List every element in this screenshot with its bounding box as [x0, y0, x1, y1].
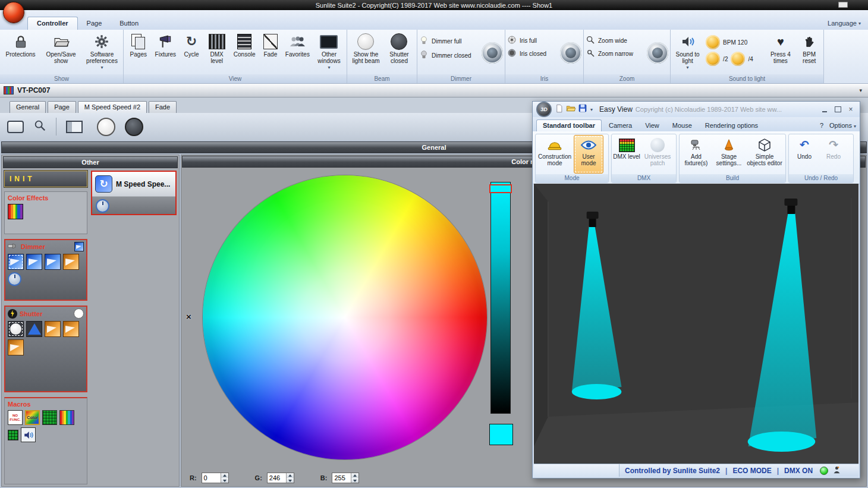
iris-knob[interactable]: [560, 42, 581, 64]
bpm-reset-button[interactable]: BPM reset: [797, 32, 822, 65]
dimmer-preset-1[interactable]: [8, 254, 24, 270]
divide-4-knob[interactable]: [731, 52, 745, 66]
green-input[interactable]: 246: [267, 473, 294, 483]
ev-tab-standard-toolbar[interactable]: Standard toolbar: [536, 119, 602, 131]
person-icon[interactable]: [832, 465, 841, 476]
zoom-knob[interactable]: [647, 42, 668, 64]
blue-value[interactable]: 255: [332, 473, 351, 483]
open-folder-icon[interactable]: [565, 103, 576, 115]
fade-button[interactable]: Fade: [259, 32, 282, 59]
dimmer-closed-button[interactable]: Dimmer closed: [419, 49, 481, 61]
speed-knob-icon[interactable]: [96, 199, 109, 213]
collapse-arrow-icon[interactable]: ▾: [859, 87, 862, 93]
fixtures-button[interactable]: Fixtures: [152, 32, 179, 59]
macro-green-grid-small[interactable]: [8, 430, 18, 440]
tab-fade[interactable]: Fade: [149, 101, 177, 113]
keyboard-icon[interactable]: [838, 2, 848, 8]
panel-layout-icon[interactable]: [66, 121, 83, 133]
dimmer-preset-3[interactable]: [45, 254, 61, 270]
help-button[interactable]: ?: [820, 122, 823, 129]
universes-patch-button[interactable]: Universes patch: [641, 135, 674, 174]
save-icon[interactable]: [578, 103, 587, 115]
maximize-button[interactable]: [832, 105, 843, 114]
app-logo-orb[interactable]: [3, 2, 24, 23]
toolbar-options-chevron-icon[interactable]: ▾: [590, 107, 593, 112]
m-speed-button[interactable]: ↻ M Speed Spee...: [91, 171, 177, 215]
scanner-mini-icon[interactable]: [74, 242, 84, 251]
init-button[interactable]: INIT: [4, 171, 87, 187]
search-icon[interactable]: [33, 119, 46, 134]
blue-spin-down-button[interactable]: [351, 478, 358, 483]
sound-to-light-button[interactable]: Sound to light ▾: [672, 32, 703, 72]
red-value[interactable]: 0: [202, 473, 221, 483]
ev-tab-camera[interactable]: Camera: [603, 120, 638, 131]
white-dot-icon[interactable]: [74, 308, 84, 319]
options-menu[interactable]: Options ▾: [829, 122, 856, 129]
iris-full-button[interactable]: Iris full: [507, 35, 559, 46]
easy-view-titlebar[interactable]: 3D ▾ Easy View Copyright (c) Nicolaudie …: [533, 102, 860, 117]
add-fixtures-button[interactable]: Add fixture(s): [680, 135, 712, 174]
ev-tab-view[interactable]: View: [639, 120, 665, 131]
shutter-preset-4[interactable]: [63, 321, 79, 337]
white-circle-button[interactable]: [97, 118, 115, 136]
ribbon-tab-page[interactable]: Page: [78, 17, 111, 30]
favorites-button[interactable]: Favorites: [282, 32, 313, 59]
ev-tab-rendering-options[interactable]: Rendering options: [699, 120, 764, 131]
macro-green-grid[interactable]: [42, 410, 57, 425]
green-spin-down-button[interactable]: [287, 478, 294, 483]
user-mode-button[interactable]: User mode: [574, 135, 603, 174]
cycle-button[interactable]: ↻ Cycle: [180, 32, 203, 59]
ribbon-tab-controller[interactable]: Controller: [27, 17, 78, 30]
ev-tab-mouse[interactable]: Mouse: [666, 120, 698, 131]
simple-objects-editor-button[interactable]: Simple objects editor: [746, 135, 784, 174]
green-spin-up-button[interactable]: [287, 473, 294, 478]
stage-settings-button[interactable]: Stage settings...: [713, 135, 745, 174]
blue-spin-up-button[interactable]: [351, 473, 358, 478]
macro-rainbow[interactable]: [59, 410, 74, 425]
undo-button[interactable]: ↶ Undo: [790, 135, 819, 174]
bpm-knob[interactable]: [706, 35, 720, 49]
minimize-button[interactable]: [819, 105, 830, 114]
ev-dmx-level-button[interactable]: DMX level: [612, 135, 641, 174]
pages-button[interactable]: Pages: [125, 32, 152, 59]
dmx-level-button[interactable]: DMX level: [204, 32, 230, 65]
green-value[interactable]: 246: [268, 473, 286, 483]
software-preferences-button[interactable]: Software preferences ▾: [83, 32, 121, 72]
protections-button[interactable]: Protections: [2, 32, 39, 59]
color-effects-rainbow-icon[interactable]: [8, 204, 23, 219]
gray-circle-button[interactable]: [125, 118, 143, 136]
press-4-times-button[interactable]: ♥ Press 4 times: [765, 32, 796, 65]
close-button[interactable]: ×: [845, 105, 856, 114]
console-button[interactable]: Console: [230, 32, 258, 59]
redo-button[interactable]: ↷ Redo: [820, 135, 847, 174]
dimmer-preset-4[interactable]: [63, 254, 79, 270]
macro-no-func[interactable]: NO FUNC.: [8, 410, 23, 425]
shutter-preset-5[interactable]: [8, 339, 24, 355]
red-spin-up-button[interactable]: [221, 473, 228, 478]
blue-input[interactable]: 255: [332, 473, 359, 483]
divide-2-knob[interactable]: [706, 52, 720, 66]
macro-sound-icon[interactable]: [21, 427, 36, 442]
shutter-preset-strobe[interactable]: [26, 321, 42, 337]
tab-page[interactable]: Page: [48, 101, 76, 113]
zoom-narrow-button[interactable]: Zoom narrow: [586, 48, 646, 59]
shutter-preset-3[interactable]: [45, 321, 61, 337]
language-menu[interactable]: Language ▾: [828, 20, 861, 30]
open-save-show-button[interactable]: Open/Save show: [40, 32, 82, 65]
construction-mode-button[interactable]: Construction mode: [536, 135, 573, 174]
brightness-slider[interactable]: [490, 182, 511, 414]
red-spin-down-button[interactable]: [221, 478, 228, 483]
dimmer-knob-icon[interactable]: [8, 272, 21, 286]
slider-handle[interactable]: [489, 184, 512, 193]
shutter-closed-button[interactable]: Shutter closed: [383, 32, 415, 65]
new-document-icon[interactable]: [555, 103, 564, 116]
other-windows-button[interactable]: Other windows ▾: [313, 32, 345, 72]
shutter-preset-open[interactable]: [8, 321, 24, 337]
button-preview-icon[interactable]: [7, 121, 24, 133]
dimmer-knob[interactable]: [482, 42, 503, 64]
ribbon-tab-button[interactable]: Button: [111, 17, 147, 30]
dimmer-preset-2[interactable]: [26, 254, 42, 270]
red-input[interactable]: 0: [202, 473, 229, 483]
iris-closed-button[interactable]: Iris closed: [507, 48, 559, 59]
tab-m-speed[interactable]: M Speed Speed #2: [78, 101, 147, 113]
